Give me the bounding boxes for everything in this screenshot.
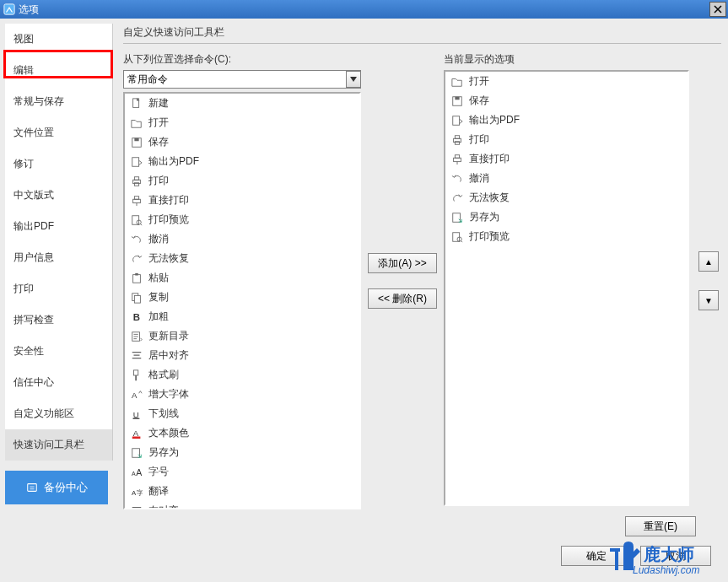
list-item[interactable]: 打印预览	[445, 227, 688, 246]
transfer-buttons: 添加(A) >> << 删除(R)	[368, 52, 437, 509]
sidebar-item[interactable]: 打印	[5, 273, 112, 304]
preview-icon	[450, 230, 464, 244]
list-item[interactable]: B加粗	[125, 307, 359, 326]
list-item-label: 无法恢复	[469, 191, 510, 205]
list-item[interactable]: 另存为	[445, 207, 688, 227]
list-item-label: 加粗	[148, 310, 169, 324]
list-item-label: 字号	[148, 465, 169, 479]
list-item-label: 打印预览	[469, 229, 510, 244]
sidebar-item[interactable]: 视图	[5, 24, 112, 55]
font-color-icon: A	[130, 427, 143, 440]
current-commands-list[interactable]: 打开保存输出为PDF打印直接打印撤消无法恢复另存为打印预览	[444, 70, 689, 506]
sidebar-item[interactable]: 自定义功能区	[5, 398, 112, 429]
list-item[interactable]: 新建	[125, 94, 359, 113]
sidebar-item[interactable]: 输出PDF	[5, 211, 112, 242]
list-item[interactable]: 左对齐	[125, 501, 359, 508]
list-item[interactable]: 输出为PDF	[445, 110, 688, 130]
svg-rect-1	[28, 484, 37, 492]
list-item[interactable]: U下划线	[125, 404, 359, 423]
svg-rect-14	[135, 272, 138, 275]
svg-rect-38	[453, 213, 461, 222]
backup-center-button[interactable]: 备份中心	[5, 471, 108, 504]
sidebar-item[interactable]: 安全性	[5, 336, 112, 367]
list-item-label: 打印	[469, 132, 489, 147]
list-item[interactable]: A字翻译	[125, 482, 359, 501]
sidebar-item[interactable]: 拼写检查	[5, 304, 112, 336]
save-as-icon	[130, 446, 143, 460]
sidebar-nav: 视图编辑常规与保存文件位置修订中文版式输出PDF用户信息打印拼写检查安全性信任中…	[5, 24, 113, 461]
svg-text:Ludashiwj.com: Ludashiwj.com	[633, 564, 699, 576]
list-item-label: 另存为	[148, 445, 179, 460]
list-item-label: 打开	[469, 74, 489, 89]
list-item[interactable]: AA字号	[125, 462, 359, 482]
list-item-label: 居中对齐	[148, 348, 189, 363]
backup-icon	[25, 481, 39, 494]
list-item[interactable]: 居中对齐	[125, 346, 359, 365]
list-item[interactable]: 粘贴	[125, 268, 359, 288]
preview-icon	[130, 213, 143, 227]
redo-icon	[450, 191, 464, 205]
sidebar-item[interactable]: 快速访问工具栏	[5, 429, 112, 461]
new-doc-icon	[130, 97, 143, 110]
list-item[interactable]: 无法恢复	[445, 188, 688, 207]
list-item[interactable]: 输出为PDF	[125, 152, 359, 171]
command-category-dropdown[interactable]: 常用命令	[123, 70, 361, 89]
current-label: 当前显示的选项	[444, 52, 689, 67]
list-item-label: 增大字体	[148, 387, 189, 401]
list-item-label: 撤消	[148, 232, 169, 246]
available-commands-list[interactable]: 新建打开保存输出为PDF打印直接打印打印预览撤消无法恢复粘贴复制B加粗更新目录居…	[123, 92, 361, 509]
list-item[interactable]: 打开	[125, 113, 359, 132]
list-item[interactable]: 另存为	[125, 443, 359, 462]
list-item[interactable]: 打开	[445, 72, 688, 91]
sidebar-item[interactable]: 编辑	[5, 55, 112, 86]
sidebar-item[interactable]: 中文版式	[5, 180, 112, 211]
sidebar-item[interactable]: 常规与保存	[5, 86, 112, 117]
font-up-icon: A	[130, 388, 143, 401]
list-item[interactable]: A增大字体	[125, 385, 359, 404]
format-paint-icon	[130, 369, 143, 382]
reset-button[interactable]: 重置(E)	[625, 516, 696, 536]
svg-text:鹿大师: 鹿大师	[643, 545, 694, 563]
list-item[interactable]: 打印	[125, 171, 359, 191]
add-button[interactable]: 添加(A) >>	[368, 253, 437, 273]
remove-button[interactable]: << 删除(R)	[368, 288, 437, 309]
svg-text:B: B	[133, 312, 140, 322]
move-down-button[interactable]: ▼	[698, 290, 719, 310]
print-icon	[130, 175, 143, 188]
available-commands-column: 从下列位置选择命令(C): 常用命令 新建打开保存输出为PDF打印直接打印打印预…	[123, 52, 361, 509]
save-icon	[450, 94, 464, 108]
group-title: 自定义快速访问工具栏	[123, 25, 721, 44]
list-item[interactable]: 直接打印	[445, 149, 688, 169]
sidebar-item[interactable]: 用户信息	[5, 242, 112, 273]
move-up-button[interactable]: ▲	[698, 251, 719, 272]
list-item-label: 文本颜色	[148, 426, 189, 440]
list-item[interactable]: 更新目录	[125, 326, 359, 346]
sidebar-item[interactable]: 修订	[5, 148, 112, 180]
sidebar-item[interactable]: 文件位置	[5, 117, 112, 148]
main-panel: 自定义快速访问工具栏 从下列位置选择命令(C): 常用命令 新建打开保存输出为P…	[113, 19, 728, 582]
sidebar-item[interactable]: 信任中心	[5, 367, 112, 398]
list-item[interactable]: 撤消	[445, 169, 688, 188]
svg-rect-23	[132, 436, 141, 439]
list-item[interactable]: A文本颜色	[125, 423, 359, 443]
list-item[interactable]: 格式刷	[125, 365, 359, 385]
direct-print-icon	[450, 153, 464, 166]
list-item[interactable]: 打印预览	[125, 210, 359, 229]
list-item[interactable]: 撤消	[125, 229, 359, 249]
app-icon	[3, 3, 15, 15]
list-item[interactable]: 复制	[125, 288, 359, 307]
svg-rect-24	[132, 448, 140, 457]
svg-text:A: A	[136, 467, 142, 477]
list-item[interactable]: 打印	[445, 130, 688, 149]
list-item[interactable]: 保存	[125, 132, 359, 152]
list-item[interactable]: 直接打印	[125, 191, 359, 210]
list-item-label: 输出为PDF	[148, 154, 199, 169]
export-pdf-icon	[130, 155, 143, 169]
svg-rect-36	[454, 158, 461, 161]
print-icon	[450, 133, 464, 147]
paste-icon	[130, 272, 143, 285]
list-item[interactable]: 无法恢复	[125, 249, 359, 268]
list-item[interactable]: 保存	[445, 91, 688, 110]
close-button[interactable]	[709, 2, 726, 17]
dropdown-button[interactable]	[346, 71, 361, 88]
